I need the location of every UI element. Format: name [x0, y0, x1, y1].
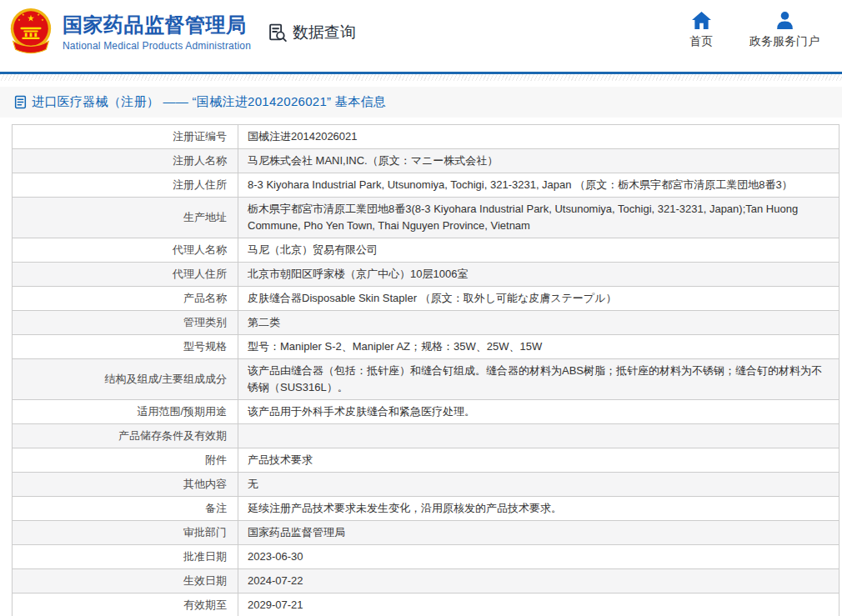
table-row: 代理人住所北京市朝阳区呼家楼（京广中心）10层1006室 — [13, 263, 839, 287]
row-value: 国械注进20142026021 — [238, 125, 839, 149]
nav-home-label: 首页 — [689, 34, 713, 49]
row-value: 延续注册产品技术要求未发生变化，沿用原核发的产品技术要求。 — [238, 497, 839, 521]
table-row: 管理类别第二类 — [13, 311, 839, 335]
hatch-strip — [0, 74, 842, 81]
table-row: 审批部门国家药品监督管理局 — [13, 521, 839, 545]
row-label: 管理类别 — [13, 311, 238, 335]
row-label: 产品名称 — [13, 287, 238, 311]
row-value: 2029-07-21 — [238, 593, 839, 616]
info-table: 注册证编号国械注进20142026021注册人名称马尼株式会社 MANI,INC… — [12, 124, 839, 616]
site-subtitle: National Medical Products Administration — [63, 40, 251, 52]
row-value: 栃木県宇都宮市清原工業団地8番3(8-3 Kiyohara Industrial… — [238, 198, 839, 238]
row-label: 注册证编号 — [13, 125, 238, 149]
row-value: 8-3 Kiyohara Industrial Park, Utsunomiya… — [238, 173, 839, 198]
row-value: 型号：Manipler S-2、Manipler AZ；规格：35W、25W、1… — [238, 335, 839, 359]
table-row: 代理人名称马尼（北京）贸易有限公司 — [13, 238, 839, 263]
row-label: 生效日期 — [13, 569, 238, 593]
document-icon — [14, 95, 27, 109]
row-label: 型号规格 — [13, 335, 238, 359]
row-label: 代理人住所 — [13, 263, 238, 287]
nav-portal-label: 政务服务门户 — [749, 34, 819, 49]
site-header: 国家药品监督管理局 National Medical Products Admi… — [0, 0, 842, 72]
row-label: 批准日期 — [13, 545, 238, 569]
nmpa-logo[interactable]: 国家药品监督管理局 National Medical Products Admi… — [7, 7, 251, 57]
row-label: 审批部门 — [13, 521, 238, 545]
row-label: 生产地址 — [13, 198, 238, 238]
table-row: 附件产品技术要求 — [13, 448, 839, 473]
nav-home[interactable]: 首页 — [689, 11, 713, 49]
row-value: 马尼（北京）贸易有限公司 — [238, 238, 839, 263]
row-label: 其他内容 — [13, 473, 238, 497]
table-row: 注册人住所8-3 Kiyohara Industrial Park, Utsun… — [13, 173, 839, 198]
table-row: 生产地址栃木県宇都宮市清原工業団地8番3(8-3 Kiyohara Indust… — [13, 198, 839, 238]
row-value: 第二类 — [238, 311, 839, 335]
nav-gov-portal[interactable]: 政务服务门户 — [749, 11, 819, 49]
row-value: 皮肤缝合器Disposable Skin Stapler （原文：取外し可能な皮… — [238, 287, 839, 311]
data-query-label: 数据查询 — [293, 22, 356, 43]
document-search-icon — [268, 23, 288, 43]
row-value: 2024-07-22 — [238, 569, 839, 593]
table-row: 备注延续注册产品技术要求未发生变化，沿用原核发的产品技术要求。 — [13, 497, 839, 521]
row-label: 结构及组成/主要组成成分 — [13, 359, 238, 400]
row-value: 该产品由缝合器（包括：抵针座）和缝合钉组成。缝合器的材料为ABS树脂；抵针座的材… — [238, 359, 839, 400]
table-row: 产品名称皮肤缝合器Disposable Skin Stapler （原文：取外し… — [13, 287, 839, 311]
site-title: 国家药品监督管理局 — [63, 13, 251, 38]
row-label: 注册人住所 — [13, 173, 238, 198]
national-emblem-icon — [7, 7, 55, 57]
row-value: 无 — [238, 473, 839, 497]
row-label: 有效期至 — [13, 593, 238, 616]
table-row: 有效期至2029-07-21 — [13, 593, 839, 616]
table-row: 其他内容无 — [13, 473, 839, 497]
user-icon — [774, 11, 795, 30]
info-table-body: 注册证编号国械注进20142026021注册人名称马尼株式会社 MANI,INC… — [13, 125, 839, 616]
table-row: 注册人名称马尼株式会社 MANI,INC.（原文：マニー株式会社） — [13, 149, 839, 173]
row-value: 2023-06-30 — [238, 545, 839, 569]
table-row: 结构及组成/主要组成成分该产品由缝合器（包括：抵针座）和缝合钉组成。缝合器的材料… — [13, 359, 839, 400]
table-row: 适用范围/预期用途该产品用于外科手术皮肤缝合和紧急医疗处理。 — [13, 400, 839, 424]
top-nav: 首页 政务服务门户 — [689, 11, 819, 49]
breadcrumb: 进口医疗器械（注册） —— “国械注进20142026021” 基本信息 — [0, 87, 842, 118]
row-label: 注册人名称 — [13, 149, 238, 173]
row-label: 产品储存条件及有效期 — [13, 424, 238, 448]
table-row: 注册证编号国械注进20142026021 — [13, 125, 839, 149]
row-value: 北京市朝阳区呼家楼（京广中心）10层1006室 — [238, 263, 839, 287]
row-value — [238, 424, 839, 448]
home-icon — [691, 11, 712, 30]
table-row: 型号规格型号：Manipler S-2、Manipler AZ；规格：35W、2… — [13, 335, 839, 359]
row-label: 备注 — [13, 497, 238, 521]
row-label: 代理人名称 — [13, 238, 238, 263]
row-value: 马尼株式会社 MANI,INC.（原文：マニー株式会社） — [238, 149, 839, 173]
table-row: 产品储存条件及有效期 — [13, 424, 839, 448]
table-row: 生效日期2024-07-22 — [13, 569, 839, 593]
data-query-link[interactable]: 数据查询 — [268, 22, 356, 43]
row-label: 附件 — [13, 448, 238, 473]
table-row: 批准日期2023-06-30 — [13, 545, 839, 569]
row-value: 该产品用于外科手术皮肤缝合和紧急医疗处理。 — [238, 400, 839, 424]
breadcrumb-text: 进口医疗器械（注册） —— “国械注进20142026021” 基本信息 — [32, 94, 386, 110]
row-label: 适用范围/预期用途 — [13, 400, 238, 424]
row-value: 产品技术要求 — [238, 448, 839, 473]
row-value: 国家药品监督管理局 — [238, 521, 839, 545]
